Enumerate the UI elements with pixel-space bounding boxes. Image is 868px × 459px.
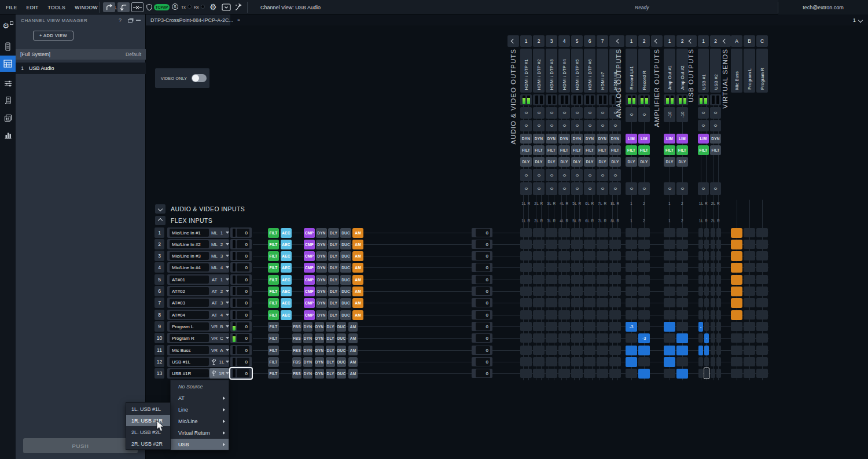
output-column-number[interactable]: 2	[533, 35, 545, 47]
crosspoint-cell[interactable]	[609, 369, 621, 378]
collapse-av-outputs-button[interactable]	[507, 35, 519, 47]
processor-block-duc[interactable]: DUC	[340, 251, 351, 261]
crosspoint-cell[interactable]	[744, 240, 755, 249]
submenu-item-1l-usb-1l[interactable]: 1L. USB #1L	[126, 403, 170, 414]
crosspoint-cell[interactable]	[716, 298, 721, 307]
input-name-field[interactable]: AT#03	[170, 299, 209, 307]
crosspoint-cell[interactable]	[744, 298, 755, 307]
crosspoint-cell[interactable]	[571, 322, 583, 331]
output-gain-knob[interactable]: 0	[609, 169, 621, 181]
collapse-av-inputs-button[interactable]	[155, 204, 165, 214]
output-column-number[interactable]: 2	[638, 35, 650, 47]
processor-block-dly[interactable]: DLY	[328, 228, 339, 238]
crosspoint-cell[interactable]	[609, 346, 621, 355]
crosspoint-cell[interactable]	[676, 357, 688, 366]
processor-block-dly[interactable]: DLY	[326, 333, 335, 343]
crosspoint-active[interactable]: -	[698, 322, 703, 332]
crosspoint-cell[interactable]	[546, 310, 557, 320]
input-row-body[interactable]: USB #1R1R	[167, 368, 229, 379]
crosspoint-cell[interactable]	[571, 240, 583, 249]
input-gain-field[interactable]: 0	[230, 227, 252, 238]
crosspoint-cell[interactable]	[638, 263, 650, 272]
crosspoint-cell[interactable]	[698, 287, 703, 296]
output-gain-knob[interactable]: -10	[676, 107, 688, 122]
crosspoint-cell[interactable]	[597, 298, 608, 307]
output-column-label[interactable]: HDMI / DTP #2	[533, 49, 545, 93]
page-selector[interactable]: 1	[853, 14, 862, 25]
processor-block-am[interactable]: AM	[348, 346, 358, 355]
crosspoint-cell[interactable]	[664, 298, 675, 307]
crosspoint-cell[interactable]	[520, 346, 532, 355]
crosspoint-cell[interactable]	[626, 333, 637, 343]
processor-block-dyn[interactable]: DYN	[316, 251, 327, 261]
crosspoint-cell[interactable]	[571, 310, 583, 320]
crosspoint-cell[interactable]	[731, 346, 742, 355]
crosspoint-cell[interactable]	[698, 357, 703, 366]
processor-block-duc[interactable]: DUC	[337, 357, 346, 367]
crosspoint-cell[interactable]	[597, 251, 608, 260]
crosspoint-cell[interactable]	[711, 287, 715, 296]
crosspoint-cell[interactable]	[676, 310, 688, 320]
crosspoint-cell[interactable]	[711, 298, 715, 307]
processor-block-filt[interactable]: FILT	[268, 275, 279, 285]
processor-block-aec[interactable]: AEC	[281, 287, 292, 296]
crosspoint-cell[interactable]	[520, 287, 532, 296]
processor-block-dyn[interactable]: DYN	[584, 134, 595, 144]
crosspoint-cell[interactable]	[711, 263, 715, 272]
disconnect-button[interactable]	[131, 2, 144, 12]
crosspoint-cell[interactable]	[597, 322, 608, 331]
crosspoint-cell[interactable]	[558, 357, 570, 366]
output-column-label[interactable]: HDMI #7	[597, 49, 608, 93]
processor-block-duc[interactable]: DUC	[337, 346, 346, 355]
crosspoint-cell[interactable]	[744, 251, 755, 260]
output-column-number[interactable]: 1	[626, 35, 637, 47]
crosspoint-cell[interactable]	[533, 298, 545, 307]
collapse-flex-inputs-button[interactable]	[155, 216, 165, 225]
output-column-label[interactable]: HDMI #8	[609, 49, 621, 93]
output-gain-knob[interactable]: 0	[520, 182, 532, 195]
processor-block-dly[interactable]: DLY	[328, 251, 339, 261]
crosspoint-cell[interactable]	[638, 298, 650, 307]
crosspoint-cell[interactable]	[597, 240, 608, 249]
input-line-gain-field[interactable]: 0	[472, 287, 492, 296]
input-number[interactable]: 7	[155, 298, 164, 308]
input-line-gain-field[interactable]: 0	[472, 333, 492, 343]
crosspoint-cell[interactable]	[676, 322, 688, 331]
processor-block-dly[interactable]: DLY	[520, 157, 532, 167]
crosspoint-cell[interactable]	[584, 369, 595, 378]
output-gain-knob[interactable]: 0	[609, 107, 621, 119]
crosspoint-active[interactable]	[731, 298, 742, 308]
processor-block-dyn[interactable]: DYN	[315, 322, 324, 332]
crosspoint-cell[interactable]	[533, 228, 545, 237]
input-line-gain-field[interactable]: 0	[472, 310, 492, 320]
processor-block-dly[interactable]: DLY	[609, 157, 621, 167]
crosspoint-active[interactable]: -	[704, 333, 709, 343]
crosspoint-cell[interactable]	[711, 333, 715, 343]
processor-block-duc[interactable]: DUC	[340, 298, 351, 308]
processor-block-dly[interactable]: DLY	[328, 263, 339, 273]
crosspoint-cell[interactable]	[704, 322, 709, 331]
crosspoint-active[interactable]: -3	[638, 333, 650, 343]
output-column-number[interactable]: 6	[584, 35, 595, 47]
crosspoint-cell[interactable]	[546, 240, 557, 249]
crosspoint-active[interactable]: -3	[626, 322, 637, 332]
input-name-field[interactable]: AT#02	[170, 287, 209, 295]
crosspoint-cell[interactable]	[571, 251, 583, 260]
close-icon[interactable]: ×	[237, 17, 240, 23]
processor-block-dyn[interactable]: DYN	[316, 287, 327, 296]
crosspoint-cell[interactable]	[744, 369, 755, 378]
crosspoint-cell[interactable]	[716, 322, 721, 331]
crosspoint-cell[interactable]	[664, 228, 675, 237]
crosspoint-cell[interactable]	[676, 287, 688, 296]
output-gain-knob[interactable]: 0	[546, 169, 557, 181]
input-name-field[interactable]: AT#01	[170, 276, 209, 284]
processor-block-am[interactable]: AM	[352, 287, 363, 296]
input-channel-selector[interactable]: C	[218, 333, 226, 343]
output-gain-knob[interactable]: 0	[533, 169, 545, 181]
processor-block-dyn[interactable]: DYN	[710, 134, 721, 144]
input-channel-selector[interactable]: 4	[218, 262, 226, 273]
processor-block-fbs[interactable]: FBS	[292, 369, 301, 379]
input-line-gain-field[interactable]: 0	[472, 357, 492, 366]
crosspoint-cell[interactable]	[756, 357, 768, 366]
processor-block-cmp[interactable]: CMP	[304, 240, 315, 249]
